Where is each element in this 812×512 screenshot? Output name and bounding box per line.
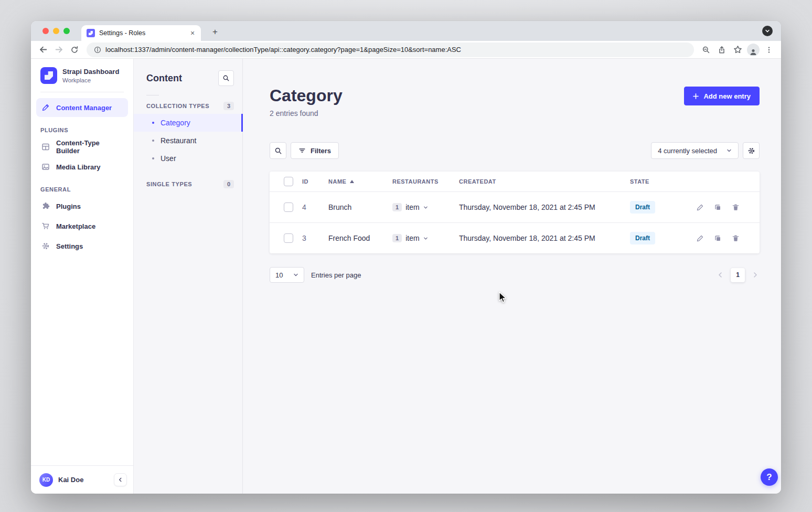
table-row[interactable]: 3 French Food 1 item Thursday, November … — [270, 222, 760, 253]
reload-icon[interactable] — [68, 43, 81, 57]
tab-title: Settings - Roles — [99, 29, 184, 37]
search-icon — [222, 74, 230, 82]
sidebar-item-plugins[interactable]: Plugins — [36, 197, 128, 216]
cell-id: 3 — [297, 234, 323, 242]
delete-button[interactable] — [732, 204, 740, 211]
general-section-label: GENERAL — [31, 186, 133, 193]
browser-tab[interactable]: Settings - Roles × — [81, 25, 201, 41]
pencil-icon — [696, 234, 704, 242]
plugins-section-label: PLUGINS — [31, 127, 133, 133]
subnav-item-label: Restaurant — [161, 136, 196, 145]
add-new-entry-button[interactable]: Add new entry — [684, 87, 760, 105]
search-button[interactable] — [218, 70, 234, 86]
single-types-label: SINGLE TYPES — [146, 181, 192, 187]
sidebar-item-media-library[interactable]: Media Library — [36, 157, 128, 176]
bullet-icon — [152, 140, 154, 142]
sort-ascending-icon — [350, 180, 354, 183]
strapi-logo-icon — [40, 67, 57, 84]
sidebar-item-marketplace[interactable]: Marketplace — [36, 217, 128, 236]
main-sidebar: Strapi Dashboard Workplace Content Manag… — [31, 59, 134, 494]
bookmark-star-icon[interactable] — [731, 43, 744, 57]
subnav-item-user[interactable]: User — [134, 150, 242, 167]
sidebar-item-content-type-builder[interactable]: Content-Type Builder — [36, 137, 128, 156]
collapse-sidebar-button[interactable] — [114, 473, 127, 486]
column-header-state[interactable]: STATE — [625, 178, 689, 185]
trash-icon — [732, 204, 740, 211]
app-name: Strapi Dashboard — [62, 68, 119, 76]
mouse-cursor — [497, 292, 508, 303]
sidebar-item-settings[interactable]: Settings — [36, 237, 128, 255]
pagination: 1 — [716, 268, 760, 282]
entries-count: 2 entries found — [270, 109, 343, 118]
address-bar[interactable]: localhost:1337/admin/content-manager/col… — [87, 42, 694, 57]
chevron-down-icon — [726, 148, 732, 153]
workspace-header[interactable]: Strapi Dashboard Workplace — [31, 59, 133, 91]
sidebar-item-label: Marketplace — [56, 222, 95, 230]
close-tab-icon[interactable]: × — [188, 29, 197, 37]
filters-button[interactable]: Filters — [291, 142, 339, 159]
pencil-icon — [696, 204, 704, 211]
cell-createdat: Thursday, November 18, 2021 at 2:45 PM — [454, 234, 625, 242]
image-icon — [41, 163, 50, 171]
chevron-down-icon[interactable] — [423, 205, 428, 210]
cell-name: French Food — [323, 234, 387, 242]
browser-profile-chevron-icon[interactable] — [762, 26, 773, 36]
column-header-name[interactable]: NAME — [323, 178, 387, 185]
avatar: KD — [39, 473, 53, 487]
row-checkbox[interactable] — [284, 233, 293, 243]
select-all-checkbox[interactable] — [284, 177, 293, 186]
previous-page-button[interactable] — [716, 272, 724, 278]
content-subnav: Content COLLECTION TYPES 3 Category Rest… — [134, 59, 243, 494]
trash-icon — [732, 234, 740, 242]
edit-button[interactable] — [696, 204, 704, 211]
close-window-button[interactable] — [42, 28, 49, 34]
share-icon[interactable] — [715, 43, 729, 57]
browser-menu-icon[interactable] — [762, 43, 776, 57]
main-content: Category 2 entries found Add new entry F… — [243, 59, 781, 494]
help-button[interactable]: ? — [761, 468, 778, 486]
subnav-item-restaurant[interactable]: Restaurant — [134, 132, 242, 150]
back-icon[interactable] — [36, 43, 50, 57]
column-header-id[interactable]: ID — [297, 178, 323, 185]
maximize-window-button[interactable] — [63, 28, 70, 34]
gear-icon — [41, 242, 50, 250]
edit-button[interactable] — [696, 234, 704, 242]
column-header-restaurants[interactable]: RESTAURANTS — [387, 178, 454, 185]
column-header-createdat[interactable]: CREATEDAT — [454, 178, 625, 185]
relation-count-badge: 1 — [392, 203, 402, 211]
sidebar-item-label: Content Manager — [56, 104, 112, 112]
site-info-icon — [94, 46, 101, 54]
subnav-item-category[interactable]: Category — [134, 114, 242, 132]
cell-id: 4 — [297, 203, 323, 211]
cell-restaurants[interactable]: 1 item — [387, 203, 454, 211]
subnav-title: Content — [146, 73, 182, 84]
layout-icon — [41, 143, 50, 151]
search-icon — [274, 147, 282, 155]
page-size-dropdown[interactable]: 10 — [270, 267, 304, 283]
zoom-indicator-icon[interactable] — [699, 43, 713, 57]
table-search-button[interactable] — [270, 142, 286, 159]
row-checkbox[interactable] — [284, 202, 293, 212]
sidebar-item-content-manager[interactable]: Content Manager — [36, 98, 128, 117]
browser-profile-avatar[interactable] — [746, 43, 760, 57]
page-number-current[interactable]: 1 — [731, 268, 745, 282]
duplicate-button[interactable] — [714, 204, 722, 211]
table-row[interactable]: 4 Brunch 1 item Thursday, November 18, 2… — [270, 191, 760, 222]
minimize-window-button[interactable] — [53, 28, 59, 34]
chevron-down-icon[interactable] — [423, 236, 428, 241]
user-profile-row[interactable]: KD Kai Doe — [31, 465, 133, 494]
duplicate-button[interactable] — [714, 234, 722, 242]
cell-restaurants[interactable]: 1 item — [387, 234, 454, 242]
forward-icon[interactable] — [52, 43, 66, 57]
status-badge: Draft — [630, 201, 655, 214]
next-page-button[interactable] — [751, 272, 760, 278]
bullet-icon — [152, 157, 154, 159]
new-tab-button[interactable]: + — [208, 25, 222, 39]
columns-selected-dropdown[interactable]: 4 currently selected — [651, 142, 739, 159]
delete-button[interactable] — [732, 234, 740, 242]
divider — [146, 95, 159, 95]
relation-count-badge: 1 — [392, 234, 402, 242]
table-header-row: ID NAME RESTAURANTS CREATEDAT STATE — [270, 172, 760, 191]
strapi-app: Strapi Dashboard Workplace Content Manag… — [31, 59, 781, 494]
table-settings-button[interactable] — [743, 142, 760, 159]
